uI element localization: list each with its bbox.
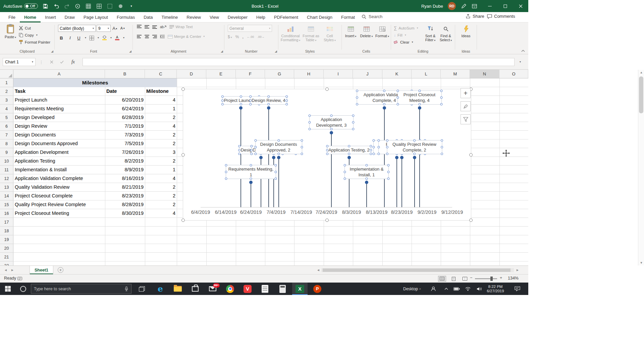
zoom-level[interactable]: 134% <box>508 276 519 281</box>
chart-data-label[interactable]: Design Documents Approved, 2 <box>255 140 302 154</box>
align-left-icon[interactable] <box>137 35 142 39</box>
label-selection-handle[interactable] <box>373 139 375 142</box>
label-selection-handle[interactable] <box>373 153 375 155</box>
cell[interactable]: 6/28/2019 <box>105 113 145 122</box>
italic-button[interactable]: I <box>67 35 73 41</box>
format-as-table-button[interactable]: Format as Table▾ <box>301 23 321 42</box>
cell[interactable]: Milestone <box>145 87 177 96</box>
decrease-indent-icon[interactable] <box>160 35 165 39</box>
label-selection-handle[interactable] <box>413 153 416 155</box>
row-header-9[interactable]: 9 <box>0 148 13 157</box>
milestone-chart[interactable]: 6/4/20196/14/20196/24/20197/4/20197/14/2… <box>183 89 471 221</box>
label-selection-handle[interactable] <box>309 115 311 117</box>
page-layout-view-icon[interactable] <box>449 276 458 282</box>
label-selection-handle[interactable] <box>221 103 224 106</box>
customize-quick-access-icon[interactable]: ▾ <box>128 3 135 9</box>
record-macro-icon[interactable] <box>118 3 124 9</box>
share-button[interactable]: Share <box>466 14 484 19</box>
chart-selection-handle[interactable] <box>469 219 473 222</box>
cell[interactable]: Design Developed <box>13 113 105 122</box>
milestone-marker[interactable] <box>239 106 243 110</box>
cell[interactable]: 8/2/2019 <box>105 157 145 166</box>
cell[interactable]: 4 <box>145 122 177 131</box>
label-selection-handle[interactable] <box>344 178 346 180</box>
autosave-toggle[interactable]: Off <box>24 3 38 9</box>
label-selection-handle[interactable] <box>249 103 252 106</box>
label-selection-handle[interactable] <box>250 178 252 180</box>
label-selection-handle[interactable] <box>441 146 443 148</box>
row-header-12[interactable]: 12 <box>0 174 13 183</box>
underline-button[interactable]: U <box>75 35 82 41</box>
label-selection-handle[interactable] <box>366 178 368 180</box>
chart-data-label[interactable]: Quality Project Review Complete, 2 <box>387 140 442 154</box>
name-box[interactable]: Chart 1▾ <box>3 58 36 66</box>
ribbon-tab-home[interactable]: Home <box>20 12 41 22</box>
label-selection-handle[interactable] <box>330 115 333 117</box>
label-selection-handle[interactable] <box>250 153 253 155</box>
column-header-J[interactable]: J <box>353 70 382 78</box>
merge-center-button[interactable]: Merge & Center▾ <box>168 35 205 39</box>
label-selection-handle[interactable] <box>383 103 385 106</box>
label-selection-handle[interactable] <box>330 128 333 130</box>
ribbon-display-options-icon[interactable] <box>471 3 477 9</box>
cell[interactable]: 4 <box>145 174 177 183</box>
row-header-14[interactable]: 14 <box>0 192 13 200</box>
milestone-marker[interactable] <box>267 106 270 110</box>
cell[interactable]: Application Testing <box>13 157 105 166</box>
label-selection-handle[interactable] <box>413 139 416 142</box>
chart-selection-handle[interactable] <box>181 87 185 91</box>
cell[interactable]: 2 <box>145 113 177 122</box>
chart-data-label[interactable]: Application Testing, 2 <box>327 146 371 154</box>
label-selection-handle[interactable] <box>348 145 350 147</box>
collapse-ribbon-icon[interactable] <box>521 50 525 52</box>
format-painter-button[interactable]: Format Painter <box>19 39 50 46</box>
chart-selection-handle[interactable] <box>181 219 185 222</box>
show-hidden-icons-chevron[interactable] <box>442 283 450 295</box>
milestone-marker[interactable] <box>365 181 368 184</box>
label-selection-handle[interactable] <box>301 153 303 155</box>
label-selection-handle[interactable] <box>275 171 277 173</box>
label-selection-handle[interactable] <box>396 103 399 106</box>
new-sheet-button[interactable]: + <box>58 267 63 273</box>
label-selection-handle[interactable] <box>441 139 443 142</box>
volume-icon[interactable] <box>475 283 484 295</box>
label-selection-handle[interactable] <box>254 146 257 148</box>
cell[interactable]: 4 <box>145 96 177 105</box>
column-header-N[interactable]: N <box>470 70 499 78</box>
ribbon-tab-pdfelement[interactable]: PDFelement <box>270 12 303 22</box>
column-header-H[interactable]: H <box>294 70 324 78</box>
network-icon[interactable] <box>464 283 472 295</box>
cell[interactable]: Project Closeout Complete <box>13 192 105 200</box>
cell[interactable]: Quality Validation Review <box>13 183 105 192</box>
label-selection-handle[interactable] <box>238 153 240 155</box>
page-scrollbar-thumb[interactable] <box>639 76 643 113</box>
milestone-marker[interactable] <box>259 156 263 159</box>
cell-styles-button[interactable]: Cell Styles▾ <box>321 23 339 42</box>
cell[interactable]: 2 <box>145 131 177 139</box>
cell[interactable]: 8/16/2019 <box>105 174 145 183</box>
ribbon-tab-review[interactable]: Review <box>182 12 205 22</box>
label-selection-handle[interactable] <box>285 99 288 102</box>
row-header-10[interactable]: 10 <box>0 157 13 166</box>
row-header-15[interactable]: 15 <box>0 200 13 209</box>
label-selection-handle[interactable] <box>378 146 380 148</box>
label-selection-handle[interactable] <box>386 146 388 148</box>
sheet-grid[interactable]: 6/4/20196/14/20196/24/20197/4/20197/14/2… <box>0 78 528 265</box>
clipboard-dialog-launcher-icon[interactable]: ◢ <box>51 50 53 53</box>
prev-sheet-icon[interactable]: ◄ <box>4 268 7 272</box>
cell[interactable]: Date <box>105 87 145 96</box>
column-header-F[interactable]: F <box>236 70 265 78</box>
column-header-K[interactable]: K <box>382 70 412 78</box>
label-selection-handle[interactable] <box>366 164 368 167</box>
cell[interactable]: 3 <box>145 148 177 157</box>
comma-format-icon[interactable]: , <box>242 35 243 39</box>
label-selection-handle[interactable] <box>275 178 277 180</box>
cell[interactable]: 8/28/2019 <box>105 200 145 209</box>
horizontal-scrollbar[interactable] <box>321 268 514 272</box>
label-selection-handle[interactable] <box>386 139 388 142</box>
cell[interactable]: 2 <box>145 200 177 209</box>
page-scrollbar[interactable]: ▲ ▼ <box>638 70 644 265</box>
label-selection-handle[interactable] <box>309 128 311 130</box>
label-selection-handle[interactable] <box>326 153 328 155</box>
draw-table-icon[interactable] <box>75 3 81 9</box>
